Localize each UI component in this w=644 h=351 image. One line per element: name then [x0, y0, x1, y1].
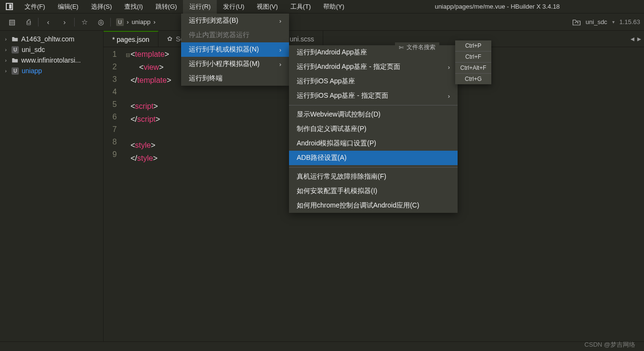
submenu-item-label: Android模拟器端口设置(P): [297, 139, 376, 148]
submenu-item[interactable]: Android模拟器端口设置(P): [289, 136, 458, 151]
app-logo: [0, 3, 18, 10]
shortcut-row[interactable]: Ctrl+F: [455, 52, 491, 63]
menu-帮助y[interactable]: 帮助(Y): [317, 0, 350, 13]
chevron-right-icon: ›: [279, 46, 281, 53]
submenu-item-label: 显示Webview调试控制台(D): [297, 110, 381, 119]
submenu-item-label: 如何用chrome控制台调试Android应用(C): [297, 201, 419, 210]
menu-编辑e[interactable]: 编辑(E): [52, 0, 85, 13]
run-menu-dropdown: 运行到浏览器(B)›停止内置浏览器运行运行到手机或模拟器(N)›运行到小程序模拟…: [181, 13, 289, 86]
tab-label: * pages.json: [112, 36, 149, 43]
version-label: 1.15.63: [619, 18, 640, 26]
tab-scroll-left-icon[interactable]: ◂: [631, 34, 634, 43]
folder-sync-icon[interactable]: [572, 18, 581, 26]
submenu-item-label: 如何安装配置手机模拟器(I): [297, 187, 377, 195]
chevron-right-icon: ›: [448, 64, 450, 71]
menubar: 文件(F)编辑(E)选择(S)查找(I)跳转(G)运行(R)发行(U)视图(V)…: [0, 0, 644, 13]
code-line[interactable]: <style>: [126, 139, 171, 152]
star-icon[interactable]: ☆: [76, 16, 92, 28]
run-device-submenu: 运行到Android App基座运行到Android App基座 - 指定页面›…: [289, 45, 458, 213]
hint-cut-icon: ✄: [399, 44, 404, 51]
shortcut-popup: Ctrl+PCtrl+FCtrl+Alt+FCtrl+G: [455, 40, 491, 84]
submenu-item[interactable]: 显示Webview调试控制台(D): [289, 107, 458, 122]
chevron-right-icon: ›: [3, 47, 9, 52]
sidebar-item[interactable]: ›www.infinirotolarsi...: [0, 55, 103, 65]
breadcrumb[interactable]: U › uniapp ›: [116, 18, 156, 26]
gear-icon: ✿: [167, 35, 172, 42]
submenu-item[interactable]: 运行到iOS App基座 - 指定页面›: [289, 89, 458, 103]
code-line[interactable]: <script>: [126, 100, 171, 113]
submenu-item[interactable]: 制作自定义调试基座(P): [289, 122, 458, 136]
menu-查找i[interactable]: 查找(I): [118, 0, 149, 13]
shortcut-row[interactable]: Ctrl+Alt+F: [455, 63, 491, 74]
menu-item[interactable]: 运行到终端: [181, 71, 289, 86]
code-line[interactable]: <view>: [126, 61, 171, 74]
shortcut-row[interactable]: Ctrl+P: [455, 40, 491, 52]
submenu-item[interactable]: 运行到Android App基座 - 指定页面›: [289, 60, 458, 74]
sidebar-item[interactable]: ›Uuniapp: [0, 65, 103, 76]
crumb-root[interactable]: uniapp: [131, 18, 150, 26]
submenu-item-label: 真机运行常见故障排除指南(F): [297, 172, 386, 181]
menu-item-label: 运行到小程序模拟器(M): [189, 60, 260, 68]
menu-视图v[interactable]: 视图(V): [250, 0, 284, 13]
new-file-icon[interactable]: ▤: [4, 16, 20, 28]
project-sidebar: ›A1463_ohltw.com›Uuni_sdc›www.infiniroto…: [0, 31, 104, 341]
shortcut-row[interactable]: Ctrl+G: [455, 74, 491, 84]
menu-item[interactable]: 停止内置浏览器运行: [181, 28, 289, 42]
menu-item-label: 运行到手机或模拟器(N): [189, 45, 259, 54]
menu-item[interactable]: 运行到小程序模拟器(M)›: [181, 57, 289, 71]
tab-scroll-right-icon[interactable]: ▸: [637, 34, 641, 43]
submenu-item-label: ADB路径设置(A): [297, 154, 346, 162]
tab-label: uni.scss: [289, 35, 314, 43]
chevron-right-icon: ›: [448, 92, 450, 100]
submenu-item-label: 运行到iOS App基座: [297, 77, 355, 86]
menu-item-label: 停止内置浏览器运行: [189, 31, 250, 39]
menu-跳转g[interactable]: 跳转(G): [149, 0, 184, 13]
crumb-chevron: ›: [127, 18, 129, 26]
hint-popup: ✄ 文件名搜索: [395, 42, 439, 52]
code-line[interactable]: ⊟<template>: [126, 48, 171, 61]
submenu-item-label: 运行到Android App基座: [297, 48, 367, 57]
project-name[interactable]: uni_sdc: [586, 18, 607, 26]
folder-icon: [12, 36, 18, 42]
sidebar-item[interactable]: ›A1463_ohltw.com: [0, 34, 103, 44]
submenu-item[interactable]: 如何安装配置手机模拟器(I): [289, 184, 458, 198]
code-line[interactable]: [126, 126, 171, 139]
watermark: CSDN @梦吉网络: [584, 340, 635, 349]
menu-item[interactable]: 运行到浏览器(B)›: [181, 13, 289, 28]
code-line[interactable]: [126, 87, 171, 100]
menu-文件f[interactable]: 文件(F): [18, 0, 52, 13]
menu-发行u[interactable]: 发行(U): [217, 0, 250, 13]
project-icon: U: [116, 18, 124, 26]
code-line[interactable]: </script>: [126, 113, 171, 126]
window-title: uniapp/pages/me/me.vue - HBuilder X 3.4.…: [351, 3, 644, 10]
editor-tab[interactable]: * pages.json: [104, 31, 158, 47]
menu-separator: [289, 105, 458, 105]
dropdown-caret-icon[interactable]: ▾: [612, 19, 615, 25]
crumb-chevron: ›: [153, 18, 155, 26]
submenu-item[interactable]: ADB路径设置(A): [289, 151, 458, 165]
save-icon[interactable]: ⎙: [20, 16, 37, 28]
submenu-item-label: 运行到Android App基座 - 指定页面: [297, 63, 400, 71]
toolbar: ▤ ⎙ ‹ › ☆ ◎ U › uniapp › uni_sdc ▾ 1.15.…: [0, 13, 644, 31]
code-line[interactable]: </template>: [126, 74, 171, 87]
menu-选择s[interactable]: 选择(S): [85, 0, 118, 13]
sidebar-item-label: uni_sdc: [22, 46, 45, 53]
menu-工具t[interactable]: 工具(T): [284, 0, 317, 13]
target-icon[interactable]: ◎: [92, 16, 109, 28]
menu-item[interactable]: 运行到手机或模拟器(N)›: [181, 42, 289, 57]
submenu-item-label: 运行到iOS App基座 - 指定页面: [297, 91, 388, 100]
folder-icon: [12, 57, 18, 64]
uniapp-icon: U: [12, 67, 19, 75]
submenu-item[interactable]: 如何用chrome控制台调试Android应用(C): [289, 198, 458, 213]
sidebar-item[interactable]: ›Uuni_sdc: [0, 44, 103, 55]
chevron-right-icon: ›: [279, 61, 281, 68]
nav-back-icon[interactable]: ‹: [40, 16, 56, 28]
menu-运行r[interactable]: 运行(R): [183, 0, 217, 13]
submenu-item[interactable]: 运行到iOS App基座: [289, 74, 458, 89]
submenu-item[interactable]: 真机运行常见故障排除指南(F): [289, 169, 458, 184]
line-gutter: 123456789: [104, 47, 126, 341]
menu-separator: [289, 167, 458, 168]
menu-item-label: 运行到浏览器(B): [189, 16, 238, 25]
nav-forward-icon[interactable]: ›: [56, 16, 73, 28]
code-line[interactable]: </style>: [126, 152, 171, 165]
